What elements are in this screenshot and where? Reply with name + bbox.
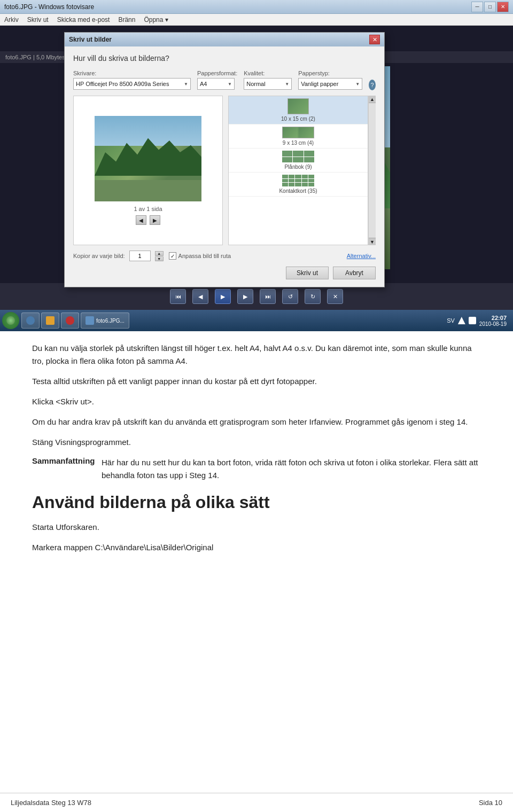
content-para-3: Klicka <Skriv ut>. bbox=[32, 395, 481, 408]
size-label-10x15: 10 x 15 cm (2) bbox=[281, 116, 315, 122]
screenshot-area: foto6.JPG - Windows fotovisare ─ □ ✕ Ark… bbox=[0, 0, 513, 331]
quality-label: Kvalitet: bbox=[244, 70, 292, 76]
size-label-kontaktkort: Kontaktkort (35) bbox=[279, 188, 317, 194]
size-thumb-9x13 bbox=[282, 127, 314, 138]
preview-next-btn[interactable]: ▶ bbox=[150, 215, 160, 225]
paper-format-select[interactable]: A4 ▼ bbox=[197, 78, 235, 90]
printer-arrow-icon: ▼ bbox=[184, 82, 188, 87]
copies-label: Kopior av varje bild: bbox=[73, 253, 125, 259]
content-para-1: Du kan nu välja storlek på utskriften lä… bbox=[32, 342, 481, 368]
menu-bar: Arkiv Skriv ut Skicka med e-post Bränn Ö… bbox=[0, 14, 513, 26]
nav-last-btn[interactable]: ⏭ bbox=[260, 289, 276, 304]
quality-value: Normal bbox=[246, 81, 265, 87]
copies-input[interactable] bbox=[129, 251, 151, 261]
print-dialog: Skriv ut bilder ✕ Hur vill du skriva ut … bbox=[64, 32, 385, 287]
size-item-planbok[interactable]: Plånbok (9) bbox=[229, 149, 368, 173]
paper-format-arrow-icon: ▼ bbox=[228, 82, 232, 87]
content-para-2: Testa alltid utskriften på ett vanligt p… bbox=[32, 375, 481, 388]
size-list-container: 10 x 15 cm (2) 9 x 13 cm (4) bbox=[228, 96, 376, 245]
paper-type-value: Vanligt papper bbox=[301, 81, 338, 87]
printer-select[interactable]: HP Officejet Pro 8500 A909a Series ▼ bbox=[73, 78, 191, 90]
paper-type-field: Papperstyp: Vanligt papper ▼ bbox=[298, 70, 362, 90]
clock-date: 2010-08-19 bbox=[479, 321, 507, 327]
alternatives-link[interactable]: Alternativ... bbox=[347, 253, 376, 259]
paper-format-field: Pappersformat: A4 ▼ bbox=[197, 70, 237, 90]
preview-page-info: 1 av 1 sida bbox=[134, 206, 162, 212]
volume-icon[interactable] bbox=[458, 317, 465, 324]
taskbar-item-media[interactable] bbox=[61, 313, 79, 329]
start-button[interactable] bbox=[2, 312, 19, 329]
size-thumb-kontaktkort bbox=[282, 175, 314, 186]
copies-up-btn[interactable]: ▲ bbox=[155, 251, 164, 256]
cancel-button[interactable]: Avbryt bbox=[333, 267, 376, 279]
window-title: foto6.JPG - Windows fotovisare bbox=[4, 3, 94, 11]
dialog-titlebar: Skriv ut bilder ✕ bbox=[65, 33, 384, 46]
dialog-main: 1 av 1 sida ◀ ▶ 10 x 15 cm (2) bbox=[73, 96, 376, 245]
network-icon[interactable] bbox=[469, 317, 476, 324]
copies-down-btn[interactable]: ▼ bbox=[155, 256, 164, 261]
printer-value: HP Officejet Pro 8500 A909a Series bbox=[76, 81, 169, 87]
window-titlebar: foto6.JPG - Windows fotovisare ─ □ ✕ bbox=[0, 0, 513, 14]
info-icon[interactable]: ? bbox=[369, 80, 376, 90]
size-thumb-planbok bbox=[282, 151, 314, 162]
play-btn[interactable]: ▶ bbox=[215, 289, 231, 304]
dialog-preview: 1 av 1 sida ◀ ▶ bbox=[73, 96, 223, 245]
footer-left: Liljedalsdata Steg 13 W78 bbox=[11, 799, 91, 807]
fit-checkbox-field: ✓ Anpassa bild till ruta bbox=[169, 252, 231, 260]
menu-arkiv[interactable]: Arkiv bbox=[4, 16, 19, 24]
size-list: 10 x 15 cm (2) 9 x 13 cm (4) bbox=[228, 96, 368, 245]
quality-select[interactable]: Normal ▼ bbox=[244, 78, 292, 90]
dialog-content: Hur vill du skriva ut bilderna? Skrivare… bbox=[65, 46, 384, 287]
taskbar-photo-label: foto6.JPG... bbox=[96, 318, 125, 324]
size-item-10x15[interactable]: 10 x 15 cm (2) bbox=[229, 96, 368, 124]
nav-prev-btn[interactable]: ◀ bbox=[192, 289, 208, 304]
taskbar-item-ie[interactable] bbox=[21, 313, 40, 329]
quality-arrow-icon: ▼ bbox=[285, 82, 289, 87]
taskbar-item-photo[interactable]: foto6.JPG... bbox=[81, 313, 129, 329]
printer-field: Skrivare: HP Officejet Pro 8500 A909a Se… bbox=[73, 70, 191, 90]
fit-checkbox[interactable]: ✓ bbox=[169, 252, 176, 260]
size-list-scrollbar[interactable]: ▲ ▼ bbox=[368, 96, 376, 245]
dialog-footer: Kopior av varje bild: ▲ ▼ ✓ Anpassa bild… bbox=[73, 251, 376, 261]
fit-label: Anpassa bild till ruta bbox=[178, 253, 231, 259]
maximize-button[interactable]: □ bbox=[484, 2, 496, 12]
size-thumb-10x15 bbox=[287, 98, 309, 114]
dialog-title: Skriv ut bilder bbox=[69, 36, 112, 43]
nav-first-btn[interactable]: ⏮ bbox=[170, 289, 186, 304]
print-button[interactable]: Skriv ut bbox=[286, 267, 329, 279]
main-content: Du kan nu välja storlek på utskriften lä… bbox=[0, 331, 513, 594]
delete-btn[interactable]: ✕ bbox=[327, 289, 343, 304]
paper-type-select[interactable]: Vanligt papper ▼ bbox=[298, 78, 362, 90]
size-item-9x13[interactable]: 9 x 13 cm (4) bbox=[229, 124, 368, 149]
close-button[interactable]: ✕ bbox=[497, 2, 509, 12]
language-indicator: SV bbox=[447, 317, 455, 324]
page-footer: Liljedalsdata Steg 13 W78 Sida 10 bbox=[0, 793, 513, 812]
preview-prev-btn[interactable]: ◀ bbox=[136, 215, 146, 225]
dialog-action-buttons: Skriv ut Avbryt bbox=[73, 267, 376, 279]
menu-skicka[interactable]: Skicka med e-post bbox=[57, 16, 110, 24]
rotate-right-btn[interactable]: ↻ bbox=[305, 289, 321, 304]
copies-field: Kopior av varje bild: ▲ ▼ bbox=[73, 251, 164, 261]
summary-para: Här har du nu sett hur du kan ta bort fo… bbox=[102, 456, 481, 482]
taskbar-right: SV 22:07 2010-08-19 bbox=[447, 315, 511, 327]
taskbar-items: foto6.JPG... bbox=[21, 313, 445, 329]
dialog-top-row: Skrivare: HP Officejet Pro 8500 A909a Se… bbox=[73, 70, 376, 90]
taskbar-item-folder[interactable] bbox=[41, 313, 59, 329]
big-heading: Använd bilderna på olika sätt bbox=[32, 493, 481, 512]
menu-oppna[interactable]: Öppna ▾ bbox=[144, 16, 168, 24]
preview-navigation: ◀ ▶ bbox=[136, 215, 160, 225]
minimize-button[interactable]: ─ bbox=[471, 2, 483, 12]
nav-next-btn[interactable]: ▶ bbox=[237, 289, 253, 304]
last-para-1: Starta Utforskaren. bbox=[32, 521, 481, 534]
size-item-kontaktkort[interactable]: Kontaktkort (35) bbox=[229, 173, 368, 197]
rotate-left-btn[interactable]: ↺ bbox=[282, 289, 298, 304]
menu-skriv-ut[interactable]: Skriv ut bbox=[27, 16, 49, 24]
preview-image bbox=[95, 116, 201, 201]
menu-brann[interactable]: Bränn bbox=[118, 16, 135, 24]
dialog-close-button[interactable]: ✕ bbox=[369, 35, 380, 44]
copies-spinner: ▲ ▼ bbox=[155, 251, 164, 261]
clock-time: 22:07 bbox=[479, 315, 507, 321]
paper-type-label: Papperstyp: bbox=[298, 70, 362, 76]
paper-type-arrow-icon: ▼ bbox=[355, 82, 360, 87]
window-controls: ─ □ ✕ bbox=[471, 2, 509, 12]
